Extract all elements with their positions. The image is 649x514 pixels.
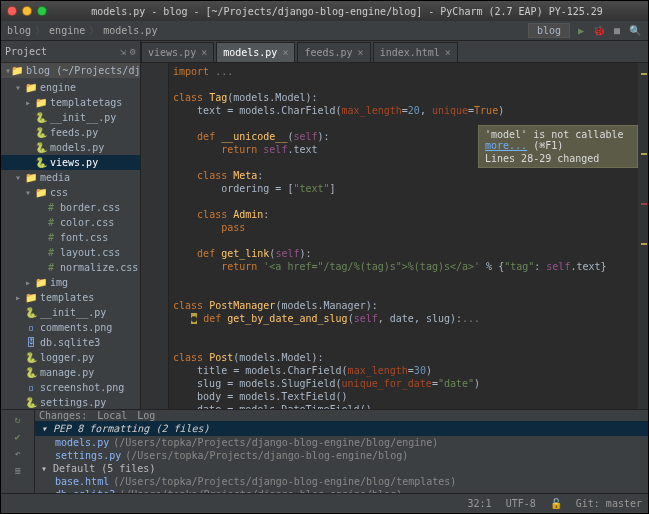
project-tool-label[interactable]: Project bbox=[5, 46, 47, 57]
gear-icon[interactable]: ⚙ bbox=[130, 46, 136, 57]
tree-node[interactable]: 🐍settings.py bbox=[1, 395, 140, 409]
tree-node[interactable]: #layout.css bbox=[1, 245, 140, 260]
tab-label: views.py bbox=[148, 47, 196, 58]
zoom-window-icon[interactable] bbox=[37, 6, 47, 16]
db-icon: 🗄 bbox=[25, 338, 37, 348]
lock-icon[interactable]: 🔓 bbox=[550, 498, 562, 509]
tree-label: engine bbox=[40, 82, 76, 93]
tree-node[interactable]: 🐍feeds.py bbox=[1, 125, 140, 140]
minimize-window-icon[interactable] bbox=[22, 6, 32, 16]
tree-label: feeds.py bbox=[50, 127, 98, 138]
py-icon: 🐍 bbox=[35, 143, 47, 153]
tree-node[interactable]: 🐍views.py bbox=[1, 155, 140, 170]
close-tab-icon[interactable]: × bbox=[201, 47, 207, 58]
search-icon[interactable]: 🔍 bbox=[628, 24, 642, 38]
debug-button[interactable]: 🐞 bbox=[592, 24, 606, 38]
css-icon: # bbox=[45, 203, 57, 213]
changed-file[interactable]: settings.py(/Users/topka/Projects/django… bbox=[35, 449, 648, 462]
tree-node[interactable]: ▸📁templatetags bbox=[1, 95, 140, 110]
close-window-icon[interactable] bbox=[7, 6, 17, 16]
tree-node[interactable]: #color.css bbox=[1, 215, 140, 230]
css-icon: # bbox=[45, 233, 57, 243]
changes-panel: ↻ ✔ ↶ ≣ Changes: Local Log ▾ PEP 8 forma… bbox=[1, 409, 648, 493]
tree-node[interactable]: 🐍__init__.py bbox=[1, 305, 140, 320]
changed-file[interactable]: base.html(/Users/topka/Projects/django-b… bbox=[35, 475, 648, 488]
commit-icon[interactable]: ✔ bbox=[14, 431, 20, 442]
more-link[interactable]: more... bbox=[485, 140, 527, 151]
tree-node[interactable]: ▸📁img bbox=[1, 275, 140, 290]
titlebar: models.py - blog - [~/Projects/django-bl… bbox=[1, 1, 648, 21]
close-tab-icon[interactable]: × bbox=[358, 47, 364, 58]
run-config-selector[interactable]: blog bbox=[528, 23, 570, 38]
editor-tab[interactable]: feeds.py× bbox=[297, 42, 370, 62]
revert-icon[interactable]: ↶ bbox=[14, 448, 20, 459]
dir-icon: 📁 bbox=[35, 188, 47, 198]
file-icon: ▫ bbox=[25, 323, 37, 333]
dir-icon: 📁 bbox=[35, 98, 47, 108]
error-stripe[interactable] bbox=[638, 63, 648, 409]
breadcrumb-item[interactable]: blog bbox=[7, 25, 31, 36]
tree-node[interactable]: 🐍models.py bbox=[1, 140, 140, 155]
py-icon: 🐍 bbox=[35, 113, 47, 123]
tree-node[interactable]: 🐍manage.py bbox=[1, 365, 140, 380]
editor-tab[interactable]: views.py× bbox=[141, 42, 214, 62]
tree-label: font.css bbox=[60, 232, 108, 243]
dir-icon: 📁 bbox=[25, 293, 37, 303]
tree-node[interactable]: #font.css bbox=[1, 230, 140, 245]
collapse-icon[interactable]: ⇲ bbox=[120, 46, 126, 57]
stop-button[interactable]: ■ bbox=[610, 24, 624, 38]
tree-node[interactable]: 🐍logger.py bbox=[1, 350, 140, 365]
editor-tab[interactable]: index.html× bbox=[373, 42, 458, 62]
py-icon: 🐍 bbox=[35, 158, 47, 168]
local-tab[interactable]: Local bbox=[97, 410, 127, 421]
tab-label: feeds.py bbox=[304, 47, 352, 58]
tree-label: db.sqlite3 bbox=[40, 337, 100, 348]
close-tab-icon[interactable]: × bbox=[445, 47, 451, 58]
tree-node[interactable]: ▫screenshot.png bbox=[1, 380, 140, 395]
tree-label: layout.css bbox=[60, 247, 120, 258]
tree-node[interactable]: 🗄db.sqlite3 bbox=[1, 335, 140, 350]
changelist-header[interactable]: ▾ PEP 8 formatting (2 files) bbox=[35, 421, 648, 436]
caret-position[interactable]: 32:1 bbox=[468, 498, 492, 509]
refresh-icon[interactable]: ↻ bbox=[14, 414, 20, 425]
tree-label: css bbox=[50, 187, 68, 198]
code-editor[interactable]: import ... class Tag(models.Model): text… bbox=[169, 63, 638, 409]
tree-label: border.css bbox=[60, 202, 120, 213]
tree-node[interactable]: ▫comments.png bbox=[1, 320, 140, 335]
tree-label: logger.py bbox=[40, 352, 94, 363]
tree-node[interactable]: ▸📁templates bbox=[1, 290, 140, 305]
run-button[interactable]: ▶ bbox=[574, 24, 588, 38]
window-title: models.py - blog - [~/Projects/django-bl… bbox=[52, 6, 642, 17]
project-root[interactable]: ▾📁blog (~/Projects/django-blog bbox=[1, 63, 140, 78]
tree-node[interactable]: #border.css bbox=[1, 200, 140, 215]
log-tab[interactable]: Log bbox=[137, 410, 155, 421]
tree-node[interactable]: ▾📁engine bbox=[1, 80, 140, 95]
tree-node[interactable]: #normalize.css bbox=[1, 260, 140, 275]
changed-file[interactable]: models.py(/Users/topka/Projects/django-b… bbox=[35, 436, 648, 449]
editor-gutter[interactable] bbox=[141, 63, 169, 409]
py-icon: 🐍 bbox=[25, 368, 37, 378]
tree-label: screenshot.png bbox=[40, 382, 124, 393]
inspection-popover[interactable]: 'model' is not callable more... (⌘F1) Li… bbox=[478, 125, 638, 168]
tree-node[interactable]: 🐍__init__.py bbox=[1, 110, 140, 125]
tree-label: templatetags bbox=[50, 97, 122, 108]
encoding[interactable]: UTF-8 bbox=[506, 498, 536, 509]
tree-label: templates bbox=[40, 292, 94, 303]
file-icon: ▫ bbox=[25, 383, 37, 393]
tree-label: manage.py bbox=[40, 367, 94, 378]
breadcrumb-item[interactable]: engine bbox=[49, 25, 85, 36]
tree-label: settings.py bbox=[40, 397, 106, 408]
py-icon: 🐍 bbox=[25, 398, 37, 408]
changelist-group[interactable]: ▾ Default (5 files) bbox=[35, 462, 648, 475]
tree-label: normalize.css bbox=[60, 262, 138, 273]
tree-label: color.css bbox=[60, 217, 114, 228]
tree-node[interactable]: ▾📁media bbox=[1, 170, 140, 185]
close-tab-icon[interactable]: × bbox=[282, 47, 288, 58]
git-branch[interactable]: Git: master bbox=[576, 498, 642, 509]
editor-tab[interactable]: models.py× bbox=[216, 42, 295, 62]
breadcrumb-item[interactable]: models.py bbox=[103, 25, 157, 36]
changes-tab[interactable]: Changes: bbox=[39, 410, 87, 421]
tree-node[interactable]: ▾📁css bbox=[1, 185, 140, 200]
tree-label: views.py bbox=[50, 157, 98, 168]
diff-icon[interactable]: ≣ bbox=[14, 465, 20, 476]
